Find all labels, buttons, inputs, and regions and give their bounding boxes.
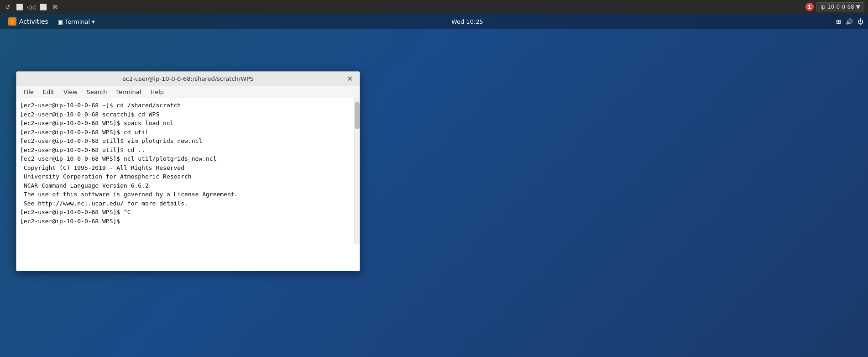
ip-dropdown[interactable]: ip-10-0-0-68 ▼ bbox=[816, 2, 864, 11]
terminal-titlebar: ec2-user@ip-10-0-0-68:/shared/scratch/WP… bbox=[16, 72, 360, 86]
terminal-arrow-icon: ▾ bbox=[92, 18, 95, 25]
terminal-icon: ▣ bbox=[58, 18, 63, 25]
edit-menu[interactable]: Edit bbox=[39, 88, 58, 96]
activities-icon: 🔶 bbox=[8, 17, 16, 26]
terminal-close-button[interactable]: ✕ bbox=[345, 74, 354, 84]
taskbar-right-icons: ⊞ 🔊 ⏻ bbox=[836, 18, 863, 25]
power-icon[interactable]: ⏻ bbox=[858, 18, 863, 25]
terminal-scrollbar[interactable] bbox=[354, 98, 360, 244]
dropdown-arrow-icon: ▼ bbox=[856, 4, 860, 10]
terminal-menu[interactable]: Terminal bbox=[112, 88, 145, 96]
system-top-bar: ↺ ⬜ ◁◁ ⬜ ⊠ 1 ip-10-0-0-68 ▼ bbox=[0, 0, 868, 14]
terminal-content: [ec2-user@ip-10-0-0-68 ~]$ cd /shared/sc… bbox=[20, 101, 356, 268]
terminal-body[interactable]: [ec2-user@ip-10-0-0-68 ~]$ cd /shared/sc… bbox=[16, 98, 360, 271]
terminal-title: ec2-user@ip-10-0-0-68:/shared/scratch/WP… bbox=[31, 75, 345, 82]
help-menu[interactable]: Help bbox=[146, 88, 167, 96]
top-bar-right-section: 1 ip-10-0-0-68 ▼ bbox=[805, 2, 864, 11]
volume-icon[interactable]: 🔊 bbox=[846, 18, 853, 25]
skip-back-icon[interactable]: ◁◁ bbox=[27, 3, 36, 11]
view-menu[interactable]: View bbox=[60, 88, 81, 96]
activities-label: Activities bbox=[19, 18, 48, 25]
search-menu[interactable]: Search bbox=[83, 88, 111, 96]
terminal-taskbar-button[interactable]: ▣ Terminal ▾ bbox=[54, 16, 99, 27]
taskbar-left: 🔶 Activities ▣ Terminal ▾ bbox=[5, 16, 99, 27]
terminal-window: ec2-user@ip-10-0-0-68:/shared/scratch/WP… bbox=[16, 71, 360, 271]
top-bar-left-icons: ↺ ⬜ ◁◁ ⬜ ⊠ bbox=[4, 3, 59, 11]
taskbar-datetime: Wed 10:25 bbox=[451, 18, 483, 25]
notification-badge[interactable]: 1 bbox=[805, 3, 814, 11]
refresh-icon[interactable]: ↺ bbox=[4, 3, 12, 11]
taskbar: 🔶 Activities ▣ Terminal ▾ Wed 10:25 ⊞ 🔊 … bbox=[0, 14, 868, 29]
datetime-label: Wed 10:25 bbox=[451, 18, 483, 25]
ip-label: ip-10-0-0-68 bbox=[821, 4, 854, 10]
terminal-menubar: File Edit View Search Terminal Help bbox=[16, 86, 360, 98]
window-icon[interactable]: ⬜ bbox=[16, 3, 24, 11]
scrollbar-thumb[interactable] bbox=[355, 102, 360, 129]
terminal-label: Terminal bbox=[65, 18, 90, 25]
window2-icon[interactable]: ⬜ bbox=[39, 3, 47, 11]
network-icon[interactable]: ⊞ bbox=[836, 18, 841, 25]
activities-button[interactable]: 🔶 Activities bbox=[5, 16, 52, 27]
file-menu[interactable]: File bbox=[20, 88, 37, 96]
grid-icon[interactable]: ⊠ bbox=[51, 3, 59, 11]
